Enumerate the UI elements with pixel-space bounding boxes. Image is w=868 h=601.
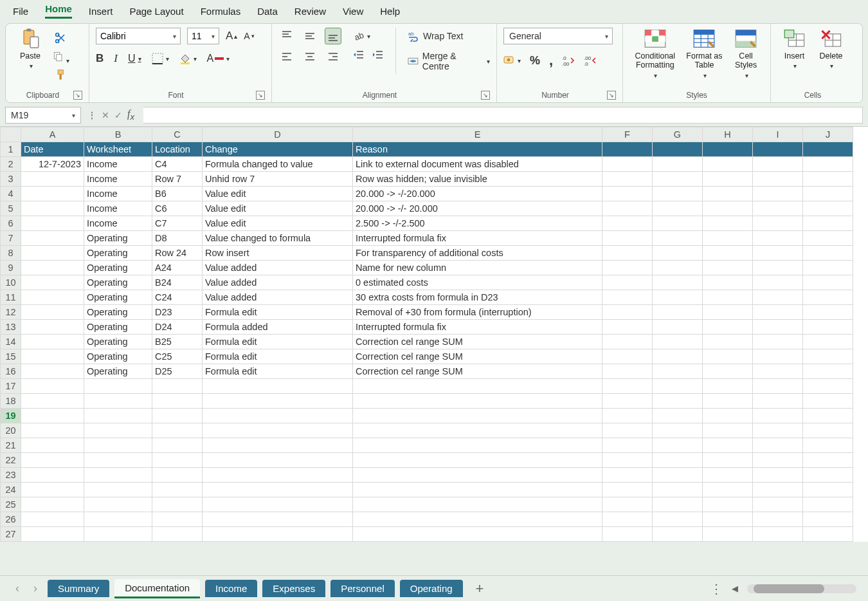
cell-G17[interactable] [653,379,703,394]
sheet-tab-summary[interactable]: Summary [48,580,109,597]
cell-I27[interactable] [753,527,803,542]
row-header-3[interactable]: 3 [1,172,21,187]
cell-I25[interactable] [753,497,803,512]
tab-scroll-left-button[interactable]: ‹ [12,582,23,595]
cell-E27[interactable] [353,527,602,542]
cell-J13[interactable] [803,320,853,335]
cell-B4[interactable]: Income [84,187,152,201]
cell-I8[interactable] [753,246,803,261]
cell-E4[interactable]: 20.000 -> -/-20.000 [353,187,602,201]
chevron-down-icon[interactable]: ▾ [168,33,180,40]
cell-A26[interactable] [21,512,84,527]
column-header-C[interactable]: C [152,127,203,142]
cell-F10[interactable] [602,275,653,290]
cell-A15[interactable] [21,349,84,364]
cell-D7[interactable]: Value changed to formula [203,231,353,246]
align-middle-button[interactable] [302,28,318,44]
align-center-button[interactable] [302,48,318,65]
cell-B13[interactable]: Operating [84,320,152,335]
cell-B6[interactable]: Income [84,216,152,231]
cell-D5[interactable]: Value edit [203,201,353,216]
row-header-11[interactable]: 11 [1,290,21,305]
orientation-button[interactable]: ab▾ [353,30,384,42]
cell-I6[interactable] [753,216,803,231]
cell-F5[interactable] [602,201,653,216]
cell-F17[interactable] [602,379,653,394]
cell-C23[interactable] [152,468,203,483]
cell-E1[interactable]: Reason [353,142,602,157]
cell-A24[interactable] [21,483,84,497]
accounting-format-button[interactable]: ▾ [503,55,521,66]
cell-H22[interactable] [703,453,753,468]
bold-button[interactable]: B [96,52,104,65]
cell-E6[interactable]: 2.500 -> -/-2.500 [353,216,602,231]
column-header-E[interactable]: E [353,127,602,142]
cell-D24[interactable] [203,483,353,497]
cell-F27[interactable] [602,527,653,542]
cell-E3[interactable]: Row was hidden; value invisible [353,172,602,187]
cell-A22[interactable] [21,453,84,468]
cell-C22[interactable] [152,453,203,468]
cell-J18[interactable] [803,394,853,409]
cell-E16[interactable]: Correction cel range SUM [353,364,602,379]
number-format-select[interactable]: General▾ [503,28,613,44]
cell-C25[interactable] [152,497,203,512]
cell-D10[interactable]: Value added [203,275,353,290]
cell-H15[interactable] [703,349,753,364]
cell-E14[interactable]: Correction cel range SUM [353,335,602,349]
cell-F23[interactable] [602,468,653,483]
cell-D8[interactable]: Row insert [203,246,353,261]
cell-B1[interactable]: Worksheet [84,142,152,157]
conditional-formatting-button[interactable]: Conditional Formatting▾ [629,28,681,79]
cell-C7[interactable]: D8 [152,231,203,246]
cell-D25[interactable] [203,497,353,512]
cell-A8[interactable] [21,246,84,261]
cell-A19[interactable] [21,409,84,423]
cell-I22[interactable] [753,453,803,468]
cell-H10[interactable] [703,275,753,290]
cell-J11[interactable] [803,290,853,305]
cell-E21[interactable] [353,438,602,453]
cell-F21[interactable] [602,438,653,453]
cell-D6[interactable]: Value edit [203,216,353,231]
cell-H16[interactable] [703,364,753,379]
cell-A16[interactable] [21,364,84,379]
cell-A23[interactable] [21,468,84,483]
cell-G7[interactable] [653,231,703,246]
cell-D27[interactable] [203,527,353,542]
cell-B12[interactable]: Operating [84,305,152,320]
cell-G19[interactable] [653,409,703,423]
cell-G1[interactable] [653,142,703,157]
cell-H2[interactable] [703,157,753,172]
dialog-launcher-icon[interactable]: ↘ [481,91,490,100]
cell-A10[interactable] [21,275,84,290]
cell-G9[interactable] [653,261,703,275]
dialog-launcher-icon[interactable]: ↘ [73,91,82,100]
decrease-decimal-button[interactable]: .00.0 [584,54,597,67]
cell-B5[interactable]: Income [84,201,152,216]
cell-B14[interactable]: Operating [84,335,152,349]
cell-F19[interactable] [602,409,653,423]
name-box[interactable]: M19 ▾ [5,107,81,124]
column-header-G[interactable]: G [653,127,703,142]
spreadsheet-grid[interactable]: ABCDEFGHIJ1DateWorksheetLocationChangeRe… [0,126,868,542]
cell-C5[interactable]: C6 [152,201,203,216]
cell-C10[interactable]: B24 [152,275,203,290]
wrap-text-button[interactable]: ab Wrap Text [408,30,490,42]
cell-G22[interactable] [653,453,703,468]
menu-item-page-layout[interactable]: Page Layout [129,6,183,17]
cell-C17[interactable] [152,379,203,394]
cell-B26[interactable] [84,512,152,527]
cell-B18[interactable] [84,394,152,409]
cell-I2[interactable] [753,157,803,172]
menu-item-home[interactable]: Home [45,3,72,19]
horizontal-scrollbar[interactable] [747,584,856,593]
cell-J12[interactable] [803,305,853,320]
cell-I16[interactable] [753,364,803,379]
cell-H4[interactable] [703,187,753,201]
cell-D21[interactable] [203,438,353,453]
cell-J7[interactable] [803,231,853,246]
cell-B24[interactable] [84,483,152,497]
column-header-A[interactable]: A [21,127,84,142]
cell-E10[interactable]: 0 estimated costs [353,275,602,290]
